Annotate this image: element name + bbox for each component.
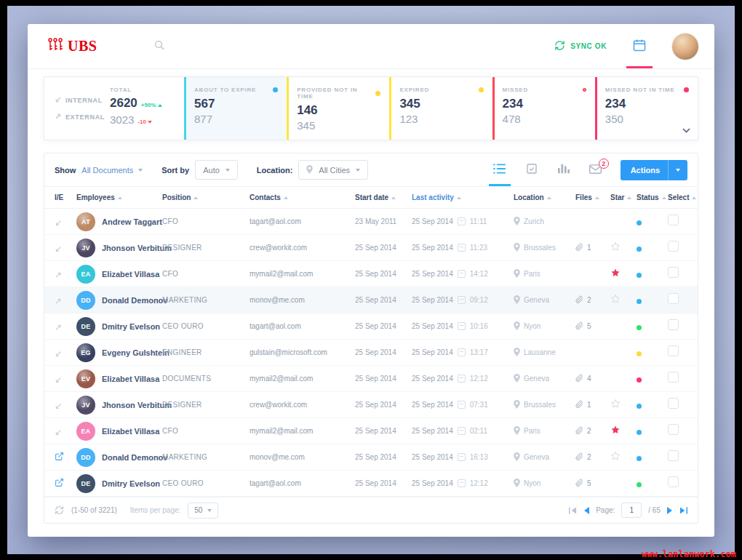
star-outline-icon[interactable] bbox=[610, 399, 621, 411]
search-icon bbox=[153, 39, 165, 54]
table-row[interactable]: ↙EVElizabet VillasaDOCUMENTSmymail2@mail… bbox=[44, 366, 698, 392]
chart-view-button[interactable] bbox=[548, 153, 580, 186]
sync-status[interactable]: SYNC OK bbox=[554, 40, 607, 52]
pagination-bar: (1-50 of 3221) Items per page: 50 Page: … bbox=[44, 497, 698, 523]
column-header[interactable]: Employees bbox=[76, 193, 162, 201]
column-header[interactable]: Select bbox=[668, 193, 696, 201]
table-row[interactable]: ↙JVJhonson VerbitumDESIGNERcrew@workit.c… bbox=[44, 235, 698, 261]
position-cell: ENGINEER bbox=[162, 348, 250, 356]
star-outline-icon[interactable] bbox=[610, 294, 621, 306]
calendar-button[interactable] bbox=[624, 24, 655, 68]
items-per-page-select[interactable]: 50 bbox=[188, 503, 218, 519]
employee-cell: EGEvgeny Gulshtein bbox=[76, 343, 162, 362]
internal-arrow-icon: ↙ bbox=[55, 401, 62, 411]
star-outline-icon[interactable] bbox=[610, 451, 621, 463]
row-checkbox[interactable] bbox=[668, 215, 679, 225]
actions-button[interactable]: Actions bbox=[621, 160, 687, 180]
first-page-button[interactable] bbox=[569, 507, 577, 514]
show-dropdown[interactable]: All Documents bbox=[81, 166, 143, 175]
stat-label: TOTAL bbox=[110, 87, 180, 93]
column-header[interactable]: Status bbox=[637, 193, 668, 201]
time-icon bbox=[458, 270, 466, 278]
employee-name: Elizabet Villasa bbox=[102, 427, 159, 436]
next-page-button[interactable] bbox=[667, 507, 673, 514]
stat-card[interactable]: ABOUT TO EXPIRE567877 bbox=[184, 77, 287, 140]
row-checkbox[interactable] bbox=[668, 267, 679, 278]
location-dropdown[interactable]: All Cities bbox=[298, 160, 368, 180]
last-activity-cell: 25 Sep 201412:12 bbox=[412, 375, 514, 383]
schedule-view-button[interactable] bbox=[516, 153, 548, 186]
search-button[interactable] bbox=[153, 39, 165, 54]
table-row[interactable]: ↙EGEvgeny GulshteinENGINEERgulstain@micr… bbox=[44, 340, 698, 366]
column-header[interactable]: Star bbox=[610, 193, 637, 201]
stat-external-value: 877 bbox=[194, 113, 279, 125]
actions-menu-toggle[interactable] bbox=[668, 160, 687, 180]
files-cell: 1 bbox=[575, 243, 610, 253]
internal-label: INTERNAL bbox=[65, 97, 103, 104]
user-avatar[interactable] bbox=[672, 33, 698, 60]
list-view-button[interactable] bbox=[484, 153, 516, 186]
table-row[interactable]: ↗DEDmitry EvelsonCEO OUROtagart@aol.com2… bbox=[44, 313, 698, 340]
sync-icon bbox=[554, 40, 565, 52]
row-checkbox[interactable] bbox=[668, 345, 679, 356]
row-checkbox[interactable] bbox=[668, 476, 679, 487]
ubs-keys-icon bbox=[47, 38, 64, 55]
mail-badge: 2 bbox=[599, 159, 609, 169]
row-checkbox[interactable] bbox=[668, 398, 679, 409]
column-header[interactable]: Location bbox=[514, 193, 575, 201]
star-filled-icon[interactable] bbox=[610, 268, 621, 280]
employee-name: Donald Demonov bbox=[102, 296, 167, 305]
stat-card[interactable]: EXPIRED345123 bbox=[389, 77, 492, 140]
row-checkbox[interactable] bbox=[668, 293, 679, 304]
last-activity-cell: 25 Sep 201402:11 bbox=[412, 427, 514, 435]
table-row[interactable]: ↗EAElizabet VillasaCFOmymail2@mail.com25… bbox=[44, 261, 698, 287]
employee-name: Dmitry Evelson bbox=[102, 322, 160, 331]
sort-dropdown[interactable]: Auto bbox=[195, 160, 238, 180]
last-activity-cell: 25 Sep 201412:12 bbox=[412, 479, 514, 487]
table-row[interactable]: ↙EAElizabet VillasaCFOmymail2@mail.com25… bbox=[44, 418, 698, 444]
time-icon bbox=[458, 217, 466, 225]
row-checkbox[interactable] bbox=[668, 241, 679, 252]
table-row[interactable]: ↙ATAndrew TaggartCFOtagart@aol.com23 May… bbox=[44, 209, 698, 235]
star-cell bbox=[610, 294, 637, 307]
paperclip-icon bbox=[575, 374, 583, 384]
last-page-button[interactable] bbox=[679, 507, 687, 514]
stat-card[interactable]: MISSED234478 bbox=[492, 77, 595, 140]
external-arrow-icon: ↗ bbox=[55, 270, 62, 280]
stat-card[interactable]: PROVIDED NOT IN TIME146345 bbox=[287, 77, 389, 140]
position-cell: DESIGNER bbox=[162, 401, 250, 409]
table-row[interactable]: DEDmitry EvelsonCEO OUROtagart@aol.com25… bbox=[44, 471, 698, 497]
activity-time: 10:16 bbox=[470, 322, 488, 330]
start-date-cell: 25 Sep 2014 bbox=[355, 401, 412, 409]
table-row[interactable]: DDDonald DemonovMARKETINGmonov@me.com25 … bbox=[44, 444, 698, 471]
previous-page-button[interactable] bbox=[583, 507, 589, 514]
total-pages-label: / 65 bbox=[648, 506, 661, 514]
table-row[interactable]: ↙JVJhonson VerbitumDESIGNERcrew@workit.c… bbox=[44, 392, 698, 418]
position-cell: DESIGNER bbox=[162, 244, 250, 252]
refresh-button[interactable] bbox=[55, 505, 64, 515]
row-checkbox[interactable] bbox=[668, 450, 679, 461]
row-checkbox[interactable] bbox=[668, 319, 679, 330]
column-header[interactable]: Contacts bbox=[250, 193, 355, 201]
page-number-input[interactable] bbox=[621, 503, 642, 518]
column-header[interactable]: Files bbox=[575, 193, 610, 201]
delta-down-icon bbox=[148, 121, 152, 124]
last-activity-cell: 25 Sep 201411:23 bbox=[412, 244, 514, 252]
start-date-cell: 25 Sep 2014 bbox=[355, 244, 412, 252]
direction-cell: ↙ bbox=[55, 399, 76, 412]
row-checkbox[interactable] bbox=[668, 372, 679, 383]
time-icon bbox=[458, 296, 466, 304]
contact-cell: tagart@aol.com bbox=[250, 322, 355, 330]
column-header[interactable]: Last activity bbox=[412, 193, 514, 201]
stats-expand-button[interactable] bbox=[682, 123, 690, 136]
table-row[interactable]: ↗DDDonald DemonovMARKETINGmonov@me.com25… bbox=[44, 287, 698, 313]
mail-button[interactable]: 2 bbox=[580, 153, 612, 186]
star-filled-icon[interactable] bbox=[610, 425, 621, 437]
employee-cell: DEDmitry Evelson bbox=[76, 474, 162, 493]
external-link-icon bbox=[55, 451, 64, 463]
star-outline-icon[interactable] bbox=[610, 241, 621, 254]
row-checkbox[interactable] bbox=[668, 424, 679, 435]
column-header[interactable]: Start date bbox=[355, 193, 412, 201]
files-count: 2 bbox=[587, 453, 591, 461]
column-header[interactable]: Position bbox=[162, 193, 250, 201]
